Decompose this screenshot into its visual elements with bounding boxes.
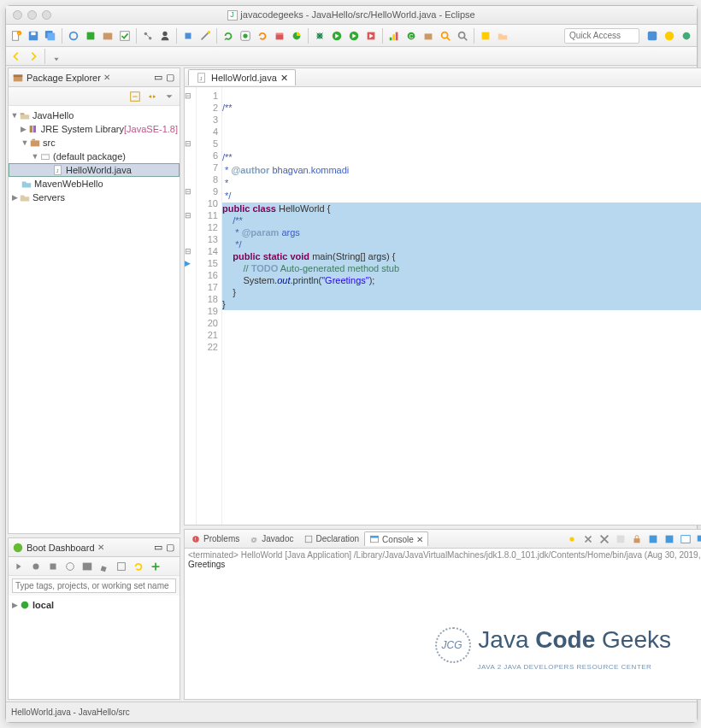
- refresh-button[interactable]: [221, 28, 236, 44]
- boot-stop-button[interactable]: [45, 559, 61, 574]
- save-button[interactable]: [26, 28, 41, 44]
- maven-project-node[interactable]: MavenWebHello: [9, 177, 180, 191]
- stop-server-button[interactable]: [180, 28, 196, 44]
- svg-point-50: [33, 563, 39, 569]
- svg-rect-53: [83, 562, 92, 570]
- src-node[interactable]: ▼src: [9, 136, 180, 150]
- link-editor-button[interactable]: [144, 89, 160, 104]
- profile-button[interactable]: [386, 28, 402, 44]
- console-scroll-button[interactable]: [645, 531, 661, 547]
- boot-filter-input[interactable]: [12, 578, 176, 593]
- console-tab[interactable]: Console✕: [364, 531, 428, 546]
- external-tools-button[interactable]: [363, 28, 379, 44]
- console-display-button[interactable]: [694, 531, 701, 547]
- forward-button[interactable]: [26, 49, 41, 64]
- editor-tab[interactable]: J HelloWorld.java ✕: [188, 69, 296, 85]
- new-button[interactable]: +: [9, 28, 24, 44]
- jee-perspective-button[interactable]: [662, 28, 677, 44]
- folder-icon: [19, 191, 31, 203]
- svg-text:+: +: [18, 31, 21, 35]
- boot-console-button[interactable]: [80, 559, 95, 574]
- svg-rect-68: [666, 535, 674, 543]
- svg-rect-6: [48, 32, 56, 40]
- back-button[interactable]: [9, 49, 24, 64]
- javadoc-tab[interactable]: @Javadoc: [244, 532, 297, 546]
- quick-access-input[interactable]: [564, 28, 639, 44]
- relaunch-button[interactable]: [238, 28, 253, 44]
- coverage-button[interactable]: [289, 28, 304, 44]
- project-node[interactable]: ▼JavaHello: [9, 109, 180, 122]
- close-icon[interactable]: ✕: [97, 543, 104, 552]
- new-class-button[interactable]: C: [404, 28, 419, 44]
- console-output[interactable]: <terminated> HelloWorld [Java Applicatio…: [185, 549, 701, 699]
- open-type-button[interactable]: [438, 28, 453, 44]
- console-remove-button[interactable]: [580, 531, 596, 547]
- svg-rect-42: [32, 126, 35, 132]
- local-icon: [19, 599, 31, 611]
- declaration-tab[interactable]: Declaration: [299, 532, 364, 546]
- package-button[interactable]: [100, 28, 115, 44]
- problems-tab[interactable]: !Problems: [186, 532, 244, 546]
- java-perspective-button[interactable]: [645, 28, 660, 44]
- svg-rect-69: [681, 535, 691, 543]
- console-showwhen-button[interactable]: [662, 531, 677, 547]
- package-node-icon: [39, 150, 51, 162]
- debug-perspective-button[interactable]: [679, 28, 694, 44]
- relaunch2-button[interactable]: [255, 28, 270, 44]
- connect-button[interactable]: [140, 28, 156, 44]
- user-button[interactable]: [157, 28, 173, 44]
- console-lock-button[interactable]: [629, 531, 645, 547]
- project-tree[interactable]: ▼JavaHello ▶JRE System Library [JavaSE-1…: [9, 106, 180, 533]
- minimize-icon[interactable]: ▭: [152, 542, 164, 554]
- close-icon[interactable]: ✕: [416, 535, 423, 544]
- svg-rect-27: [396, 32, 398, 40]
- pin-button[interactable]: [49, 49, 64, 64]
- boot-debug-button[interactable]: [28, 559, 44, 574]
- save-all-button[interactable]: [43, 28, 58, 44]
- java-file-node[interactable]: JHelloWorld.java: [9, 163, 180, 177]
- console-open-button[interactable]: [678, 531, 693, 547]
- run-last-button[interactable]: [346, 28, 362, 44]
- boot-refresh-button[interactable]: [131, 559, 146, 574]
- maximize-icon[interactable]: ▢: [164, 72, 176, 84]
- titlebar: javacodegeeks - JavaHello/src/HelloWorld…: [6, 6, 697, 25]
- boot-start-button[interactable]: [11, 559, 27, 574]
- svg-rect-70: [698, 535, 701, 541]
- boot-filter-button[interactable]: [114, 559, 129, 574]
- debug-button[interactable]: [312, 28, 327, 44]
- svg-rect-40: [21, 113, 24, 114]
- servers-node[interactable]: ▶Servers: [9, 191, 180, 204]
- package-icon: [12, 72, 24, 84]
- default-package-node[interactable]: ▼(default package): [9, 150, 180, 163]
- jre-node[interactable]: ▶JRE System Library [JavaSE-1.8]: [9, 122, 180, 136]
- run-button[interactable]: [329, 28, 345, 44]
- new-package-button[interactable]: [421, 28, 436, 44]
- gift-button[interactable]: [272, 28, 287, 44]
- build-button[interactable]: [83, 28, 98, 44]
- code-editor[interactable]: ⊟ ⊟ ⊟ ⊟ ⊟ ▶ 1234567891011121314151617181…: [185, 87, 701, 525]
- boot-dashboard-tab[interactable]: Boot Dashboard ✕ ▭ ▢: [9, 538, 180, 557]
- view-menu-button[interactable]: [162, 89, 177, 104]
- skip-breakpoints-button[interactable]: [66, 28, 81, 44]
- console-removeall-button[interactable]: [597, 531, 612, 547]
- wand-button[interactable]: [197, 28, 213, 44]
- search-button[interactable]: [455, 28, 470, 44]
- console-clear-button[interactable]: [613, 531, 628, 547]
- collapse-all-button[interactable]: [127, 89, 143, 104]
- boot-icon: [12, 542, 24, 554]
- svg-rect-10: [121, 31, 130, 40]
- boot-add-button[interactable]: [148, 559, 163, 574]
- declaration-icon: [303, 534, 314, 544]
- boot-edit-button[interactable]: [97, 559, 112, 574]
- checkbox-button[interactable]: [117, 28, 133, 44]
- close-icon[interactable]: ✕: [280, 73, 288, 84]
- package-explorer-tab[interactable]: Package Explorer ✕ ▭ ▢: [9, 68, 180, 87]
- close-icon[interactable]: ✕: [103, 73, 110, 82]
- boot-globe-button[interactable]: [62, 559, 78, 574]
- minimize-icon[interactable]: ▭: [152, 72, 164, 84]
- folder-button[interactable]: [495, 28, 510, 44]
- local-node[interactable]: ▶local: [9, 598, 180, 612]
- maximize-icon[interactable]: ▢: [164, 542, 176, 554]
- console-pin-button[interactable]: [564, 531, 580, 547]
- open-task-button[interactable]: [478, 28, 493, 44]
